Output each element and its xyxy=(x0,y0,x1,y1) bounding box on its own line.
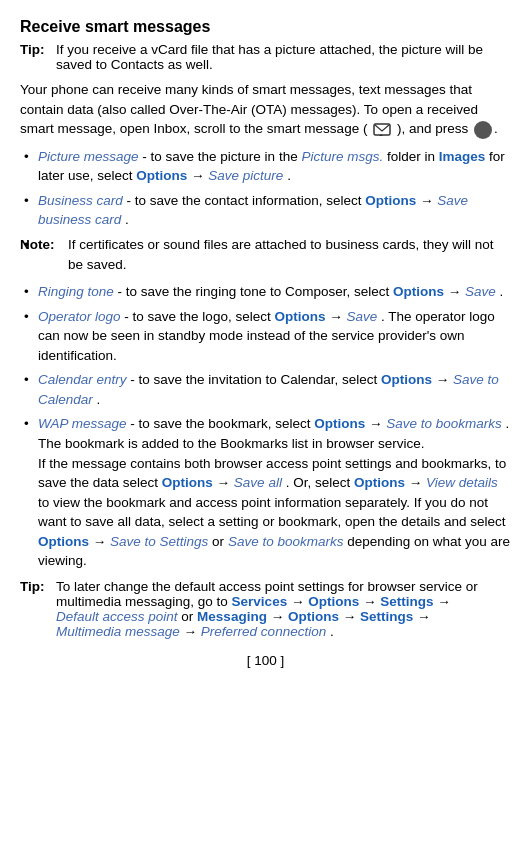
options-btn-6e3: Options xyxy=(38,534,89,549)
preferred-connection-link: Preferred connection xyxy=(201,624,326,639)
bullet6-text1: - to save the bookmark, select xyxy=(130,416,314,431)
bullet1-text4: . xyxy=(287,168,291,183)
arrow2: → xyxy=(420,193,434,208)
arrow1: → xyxy=(191,168,205,183)
wap-message-link: WAP message xyxy=(38,416,127,431)
bullet5-text1: - to save the invitation to Calendar, se… xyxy=(130,372,381,387)
tip2-arrow5: → xyxy=(343,609,357,624)
options-tip2-1: Options xyxy=(308,594,359,609)
tip2-arrow3: → xyxy=(437,594,451,609)
tip2-arrow6: → xyxy=(417,609,431,624)
save-all-link: Save all xyxy=(234,475,282,490)
tip2-text3: . xyxy=(330,624,334,639)
arrow6e2: → xyxy=(409,475,423,490)
page-footer: [ 100 ] xyxy=(20,653,511,668)
list-item-wap-message: WAP message - to save the bookmark, sele… xyxy=(20,414,511,571)
bullet2-text1: - to save the contact information, selec… xyxy=(127,193,366,208)
body1-end: ), and press xyxy=(397,121,468,136)
operator-logo-link: Operator logo xyxy=(38,309,121,324)
options-btn-5: Options xyxy=(381,372,432,387)
settings-tip2-2: Settings xyxy=(360,609,413,624)
list-item-note: Note: If certificates or sound files are… xyxy=(20,235,511,274)
bullet3-text4: . xyxy=(500,284,504,299)
options-btn-3: Options xyxy=(393,284,444,299)
ringing-tone-link: Ringing tone xyxy=(38,284,114,299)
arrow6e1: → xyxy=(217,475,231,490)
tip1-text: If you receive a vCard file that has a p… xyxy=(56,42,511,72)
tip2-arrow4: → xyxy=(271,609,285,624)
services-link: Services xyxy=(232,594,288,609)
tip2-text: To later change the default access point… xyxy=(56,579,511,639)
options-btn-6: Options xyxy=(314,416,365,431)
bullet3-text1: - to save the ringing tone to Composer, … xyxy=(118,284,393,299)
circle-icon-inline xyxy=(474,121,492,139)
save-to-settings-link: Save to Settings xyxy=(110,534,208,549)
tip2-text2: or xyxy=(181,609,197,624)
tip2-label: Tip: xyxy=(20,579,56,639)
bullet-list: Picture message - to save the picture in… xyxy=(20,147,511,571)
tip1-label: Tip: xyxy=(20,42,56,72)
view-details-link: View details xyxy=(426,475,498,490)
bullet1-text2: folder in xyxy=(387,149,439,164)
picture-message-link: Picture message xyxy=(38,149,139,164)
msg-icon-inline xyxy=(367,121,397,136)
save-link-3: Save xyxy=(465,284,496,299)
options-tip2-2: Options xyxy=(288,609,339,624)
arrow4: → xyxy=(329,309,343,324)
list-item-ringing-tone: Ringing tone - to save the ringing tone … xyxy=(20,282,511,302)
note-label: Note: xyxy=(20,235,68,274)
arrow6e3: → xyxy=(93,534,107,549)
bullet6-text-e3: or xyxy=(212,534,228,549)
options-btn-6e2: Options xyxy=(354,475,405,490)
bullet2-text4: . xyxy=(125,212,129,227)
arrow6: → xyxy=(369,416,383,431)
page-title: Receive smart messages xyxy=(20,18,511,36)
body-paragraph-1: Your phone can receive many kinds of sma… xyxy=(20,80,511,139)
tip1-block: Tip: If you receive a vCard file that ha… xyxy=(20,42,511,72)
list-item-operator-logo: Operator logo - to save the logo, select… xyxy=(20,307,511,366)
tip2-arrow7: → xyxy=(184,624,198,639)
bullet1-text1: - to save the picture in the xyxy=(142,149,301,164)
list-item-business-card: Business card - to save the contact info… xyxy=(20,191,511,230)
save-to-bookmarks-link-2: Save to bookmarks xyxy=(228,534,344,549)
list-item-picture-message: Picture message - to save the picture in… xyxy=(20,147,511,186)
messaging-link: Messaging xyxy=(197,609,267,624)
bullet5-text4: . xyxy=(97,392,101,407)
arrow3: → xyxy=(448,284,462,299)
business-card-link: Business card xyxy=(38,193,123,208)
images-link: Images xyxy=(439,149,486,164)
note-block: Note: If certificates or sound files are… xyxy=(20,235,511,274)
arrow5: → xyxy=(436,372,450,387)
multimedia-message-link: Multimedia message xyxy=(56,624,180,639)
body1-end2: . xyxy=(494,121,498,136)
tip2-arrow1: → xyxy=(291,594,305,609)
save-link-4: Save xyxy=(346,309,377,324)
list-item-calendar-entry: Calendar entry - to save the invitation … xyxy=(20,370,511,409)
note-text: If certificates or sound files are attac… xyxy=(68,235,511,274)
bullet6-text-e2: to view the bookmark and access point in… xyxy=(38,495,506,530)
options-btn-2: Options xyxy=(365,193,416,208)
picture-msgs-link: Picture msgs. xyxy=(301,149,383,164)
tip2-block: Tip: To later change the default access … xyxy=(20,579,511,639)
page-number: [ 100 ] xyxy=(247,653,285,668)
bullet6-text-e1: . Or, select xyxy=(286,475,354,490)
options-btn-6e1: Options xyxy=(162,475,213,490)
default-access-point-link: Default access point xyxy=(56,609,178,624)
bullet4-text1: - to save the logo, select xyxy=(124,309,274,324)
tip2-arrow2: → xyxy=(363,594,377,609)
save-to-bookmarks-link: Save to bookmarks xyxy=(386,416,502,431)
calendar-entry-link: Calendar entry xyxy=(38,372,127,387)
save-picture-link: Save picture xyxy=(208,168,283,183)
options-btn-1: Options xyxy=(136,168,187,183)
options-btn-4: Options xyxy=(274,309,325,324)
settings-tip2-1: Settings xyxy=(380,594,433,609)
